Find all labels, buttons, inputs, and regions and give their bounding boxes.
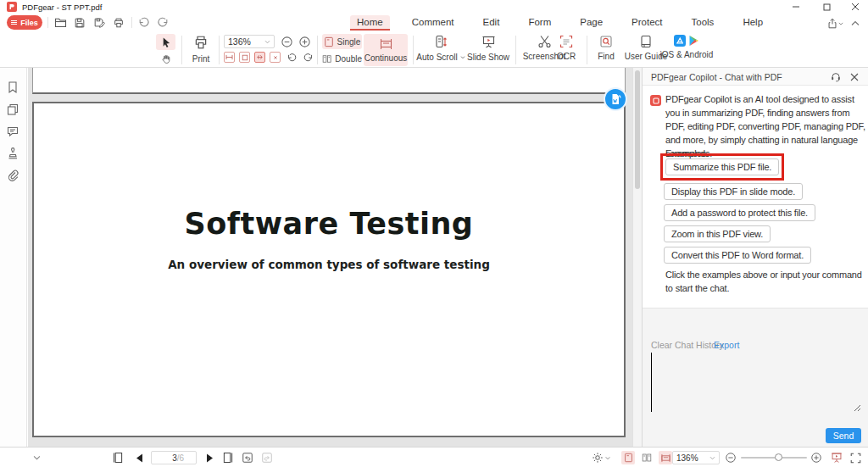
last-page-button[interactable] <box>220 451 236 464</box>
previous-view-button[interactable] <box>240 451 255 464</box>
previous-page-edge <box>32 68 626 94</box>
files-label: Files <box>20 19 38 27</box>
ocr-label: OCR <box>557 52 576 61</box>
close-button[interactable] <box>843 0 868 14</box>
send-button[interactable]: Send <box>826 428 861 443</box>
continuous-button[interactable]: Continuous <box>364 34 408 66</box>
scrollbar-thumb[interactable] <box>635 70 640 189</box>
fit-width-button[interactable] <box>224 52 235 63</box>
maximize-button[interactable] <box>814 0 839 14</box>
first-page-button[interactable] <box>110 451 125 464</box>
tab-page[interactable]: Page <box>573 15 609 31</box>
menubar: Files Home Comment Edit Form Page Protec… <box>0 14 868 32</box>
previous-page-button[interactable] <box>131 451 147 464</box>
fullscreen-button[interactable] <box>848 451 863 464</box>
tab-protect[interactable]: Protect <box>625 15 669 31</box>
ios-android-button[interactable]: iOS & Android <box>659 35 714 59</box>
select-tool-button[interactable] <box>156 34 175 50</box>
collapse-ribbon-button[interactable] <box>848 17 863 30</box>
minimize-button[interactable] <box>783 0 809 14</box>
single-page-view-button[interactable] <box>620 451 636 464</box>
theme-brightness-button[interactable] <box>590 451 612 464</box>
copilot-header: PDFgear Copilot - Chat with PDF <box>643 68 868 86</box>
auto-scroll-label: Auto Scroll <box>416 53 457 62</box>
double-page-view-button[interactable] <box>639 451 654 464</box>
comments-panel-button[interactable] <box>6 125 19 138</box>
slide-show-button[interactable]: Slide Show <box>466 35 510 62</box>
convert-to-word-floating-button[interactable] <box>604 87 627 111</box>
open-file-button[interactable] <box>53 16 68 29</box>
continuous-icon <box>379 38 393 50</box>
export-link[interactable]: Export <box>714 340 739 350</box>
slide-show-label: Slide Show <box>467 53 509 62</box>
single-page-icon <box>324 36 334 47</box>
word-doc-icon <box>609 92 622 106</box>
fit-visible-button[interactable] <box>254 52 265 63</box>
save-as-button[interactable] <box>92 16 107 29</box>
collapse-statusbar-button[interactable] <box>29 451 44 464</box>
statusbar-zoom-select[interactable]: 136% <box>672 451 720 464</box>
single-page-button[interactable]: Single <box>322 34 362 49</box>
zoom-out-button[interactable] <box>280 35 294 49</box>
example-slide-mode-button[interactable]: Display this PDF in slide mode. <box>664 183 803 200</box>
tab-comment[interactable]: Comment <box>405 15 461 31</box>
example-password-button[interactable]: Add a password to protect this file. <box>664 204 815 221</box>
redo-button[interactable] <box>155 16 170 29</box>
rotate-right-button[interactable] <box>301 51 314 64</box>
print-button[interactable]: Print <box>186 35 215 64</box>
red-annotation-box: Summarize this PDF file. <box>660 153 784 181</box>
hamburger-icon <box>11 19 17 26</box>
auto-scroll-button[interactable]: Auto Scroll <box>417 35 465 62</box>
actual-size-button[interactable] <box>270 52 281 63</box>
thumbnails-panel-button[interactable] <box>6 103 19 116</box>
fit-page-button[interactable] <box>239 52 250 63</box>
document-viewport[interactable]: Software Testing An overview of common t… <box>28 68 632 447</box>
tab-form[interactable]: Form <box>521 15 558 31</box>
tab-edit[interactable]: Edit <box>476 15 507 31</box>
page-number-input[interactable] <box>164 453 177 463</box>
pdfgear-logo-icon <box>7 2 17 12</box>
continuous-view-button[interactable] <box>658 451 673 464</box>
zoom-slider-thumb[interactable] <box>775 453 782 461</box>
tab-help[interactable]: Help <box>736 15 770 31</box>
next-view-button[interactable] <box>259 451 275 464</box>
ribbon-toolbar: Print 136% <box>0 32 868 68</box>
slide-title: Software Testing <box>34 207 624 241</box>
page-number-box[interactable]: /6 <box>151 451 197 464</box>
print-quick-button[interactable] <box>111 16 126 29</box>
zoom-in-button[interactable] <box>298 35 312 49</box>
find-icon <box>599 35 613 48</box>
next-page-button[interactable] <box>202 451 217 464</box>
attachments-panel-button[interactable] <box>6 169 19 182</box>
save-button[interactable] <box>72 16 87 29</box>
tab-home[interactable]: Home <box>350 15 390 31</box>
clear-chat-history-button[interactable]: Clear Chat History <box>651 340 724 350</box>
undo-button[interactable] <box>136 16 152 29</box>
files-menu-button[interactable]: Files <box>7 15 42 30</box>
example-summarize-button[interactable]: Summarize this PDF file. <box>665 158 779 175</box>
rotate-left-button[interactable] <box>285 51 298 64</box>
zoom-select[interactable]: 136% <box>224 35 275 48</box>
example-convert-word-button[interactable]: Convert this PDF to Word format. <box>664 247 811 264</box>
headset-support-icon[interactable] <box>829 70 843 84</box>
vertical-scrollbar[interactable] <box>632 68 642 447</box>
signature-panel-button[interactable] <box>6 147 19 160</box>
left-sidebar <box>0 68 27 447</box>
google-play-icon <box>688 35 699 47</box>
hand-tool-button[interactable] <box>156 52 175 66</box>
bookmarks-panel-button[interactable] <box>6 81 19 94</box>
ocr-button[interactable]: OCR <box>551 35 581 61</box>
copilot-hint-text: Click the examples above or input your c… <box>665 269 868 296</box>
screenshot-scissors-icon <box>537 35 552 48</box>
share-button[interactable] <box>826 17 844 30</box>
statusbar-zoom-in-button[interactable] <box>809 451 824 464</box>
close-panel-button[interactable] <box>848 70 861 84</box>
zoom-slider[interactable] <box>741 457 807 459</box>
statusbar-zoom-out-button[interactable] <box>723 451 738 464</box>
double-page-button[interactable]: Double <box>322 51 362 66</box>
chat-input[interactable] <box>651 353 861 412</box>
presentation-mode-button[interactable] <box>829 451 844 464</box>
tab-tools[interactable]: Tools <box>685 15 721 31</box>
example-zoom-button[interactable]: Zoom in this PDF view. <box>664 225 771 242</box>
find-button[interactable]: Find <box>592 35 620 61</box>
